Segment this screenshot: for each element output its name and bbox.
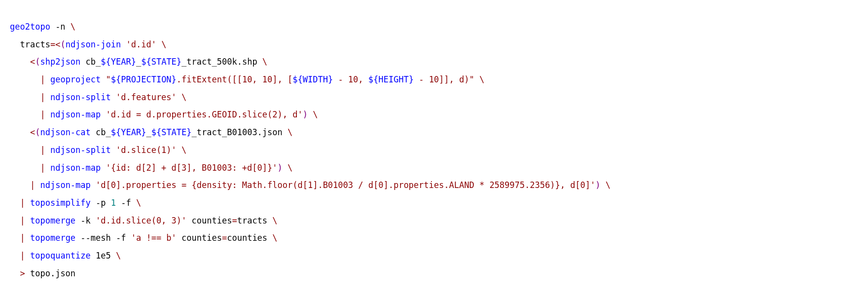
code-token: | [40, 75, 45, 84]
code-token: _ [146, 127, 151, 137]
code-token: ndjson-map [50, 110, 101, 119]
code-token [10, 92, 40, 102]
code-token: \ [262, 57, 267, 67]
code-token: -k [75, 216, 96, 225]
code-token: = [50, 39, 55, 49]
code-token: | [40, 110, 45, 119]
code-token: = [222, 233, 227, 243]
code-token [10, 198, 20, 208]
code-token [156, 39, 161, 49]
code-token: -p [91, 198, 111, 208]
code-token: | [20, 233, 25, 243]
code-token: ${STATE} [141, 57, 181, 67]
code-token: | [30, 180, 35, 190]
code-token: \ [116, 251, 121, 261]
code-token [45, 163, 50, 173]
code-token: < [55, 39, 60, 49]
code-token: \ [272, 233, 277, 243]
code-token: \ [181, 92, 186, 102]
code-token: 1e5 [91, 251, 116, 261]
code-token: | [40, 145, 45, 155]
code-token [35, 180, 40, 190]
code-token: ndjson-cat [40, 127, 90, 137]
code-token: \ [479, 75, 484, 84]
code-token: \ [272, 216, 277, 225]
code-token: ndjson-map [40, 180, 90, 190]
code-token [111, 145, 116, 155]
code-token [10, 75, 40, 84]
code-token: = [232, 216, 237, 225]
code-token: ) [595, 180, 600, 190]
code-token [121, 39, 126, 49]
code-token: ( [35, 57, 40, 67]
code-token: counties [186, 216, 232, 225]
code-token: \ [606, 180, 611, 190]
code-token [177, 145, 181, 155]
code-token: geoproject [50, 75, 101, 84]
code-token: 'd.id = d.properties.GEOID.slice(2), d' [106, 110, 303, 119]
code-token: < [30, 127, 35, 137]
code-token: _tract_500k.shp [181, 57, 262, 67]
code-token: 1 [111, 198, 116, 208]
code-token: 'a !== b' [131, 233, 177, 243]
code-token: 'd.features' [116, 92, 177, 102]
code-token [25, 251, 30, 261]
code-token: ${HEIGHT} [368, 75, 414, 84]
code-token: ndjson-map [50, 163, 101, 173]
code-token: ( [60, 39, 65, 49]
code-token: topo.json [25, 268, 75, 278]
code-token: \ [288, 163, 292, 173]
code-token: -n [50, 22, 71, 32]
code-token: _tract_B01003.json [192, 127, 288, 137]
code-token: ${YEAR} [111, 127, 146, 137]
code-token: tracts [10, 39, 50, 49]
code-token [601, 180, 606, 190]
code-token: ${PROJECTION} [111, 75, 177, 84]
code-token: ndjson-join [66, 39, 121, 49]
code-token [45, 92, 50, 102]
code-token [45, 145, 50, 155]
code-token: counties [177, 233, 222, 243]
code-token [10, 110, 40, 119]
code-token: ( [35, 127, 40, 137]
code-token: 'd.id.slice(0, 3)' [96, 216, 186, 225]
code-token: ${YEAR} [101, 57, 136, 67]
code-token [101, 110, 106, 119]
code-token: -f [116, 198, 136, 208]
code-token [25, 233, 30, 243]
code-token [10, 268, 20, 278]
code-token: .fitExtent([[10, 10], [ [177, 75, 292, 84]
code-token [10, 163, 40, 173]
code-token: \ [288, 127, 292, 137]
code-token [10, 251, 20, 261]
code-token: > [20, 268, 25, 278]
code-token: ndjson-split [50, 92, 111, 102]
code-block: geo2topo -n \ tracts=<(ndjson-join 'd.id… [10, 18, 858, 282]
code-token: ) [278, 163, 283, 173]
code-token: tracts [237, 216, 273, 225]
code-token: \ [161, 39, 166, 49]
code-token: topomerge [30, 216, 75, 225]
code-token: ${WIDTH} [292, 75, 333, 84]
code-token [91, 180, 96, 190]
code-token [45, 110, 50, 119]
code-token: | [20, 198, 25, 208]
code-token: | [20, 216, 25, 225]
code-token: | [40, 163, 45, 173]
code-token [177, 92, 181, 102]
code-token [308, 110, 313, 119]
code-token [10, 57, 30, 67]
code-token: ) [303, 110, 308, 119]
code-token [111, 92, 116, 102]
code-token: _ [136, 57, 141, 67]
code-token [283, 163, 288, 173]
code-token [25, 198, 30, 208]
code-token: | [40, 92, 45, 102]
code-token: \ [313, 110, 318, 119]
code-token: \ [71, 22, 75, 32]
code-token: '{id: d[2] + d[3], B01003: +d[0]}' [106, 163, 278, 173]
code-token: 'd.slice(1)' [116, 145, 177, 155]
code-token: cb_ [80, 57, 101, 67]
code-token: 'd[0].properties = {density: Math.floor(… [96, 180, 595, 190]
code-token: 'd.id' [126, 39, 156, 49]
